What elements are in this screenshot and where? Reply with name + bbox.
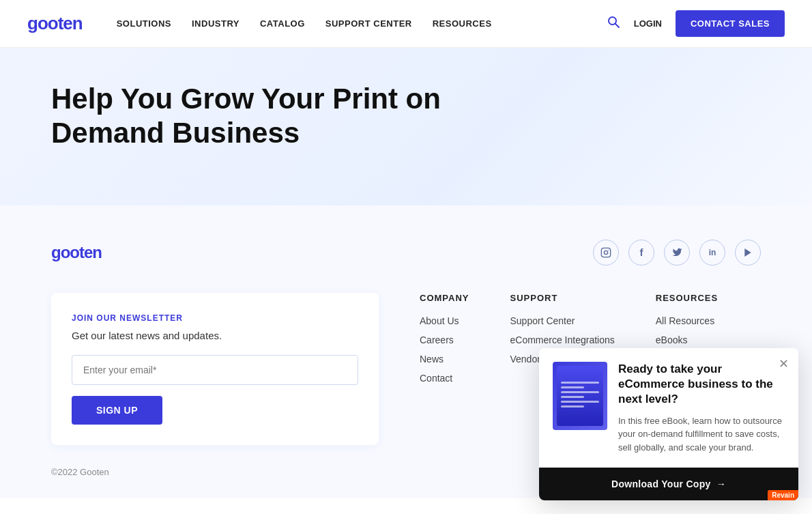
svg-line-1 — [615, 24, 619, 27]
svg-point-3 — [604, 251, 607, 254]
popup-description: In this free eBook, learn how to outsour… — [618, 414, 785, 455]
company-heading: COMPANY — [420, 293, 469, 303]
nav-link-catalog[interactable]: CATALOG — [260, 18, 305, 29]
newsletter-description: Get our latest news and updates. — [72, 330, 358, 341]
popup-text: Ready to take your eCommerce business to… — [618, 362, 785, 454]
facebook-icon[interactable]: f — [628, 240, 654, 266]
popup-close-button[interactable]: ✕ — [779, 356, 789, 371]
contact-sales-button[interactable]: CONTACT SALES — [676, 10, 785, 37]
support-link-center[interactable]: Support Center — [510, 315, 614, 326]
resources-heading: RESOURCES — [656, 293, 718, 303]
nav-link-support-center[interactable]: SUPPORT CENTER — [325, 18, 412, 29]
nav-link-resources[interactable]: RESOURCES — [433, 18, 492, 29]
support-link-ecommerce[interactable]: eCommerce Integrations — [510, 334, 614, 345]
footer-top: gooten f in — [51, 240, 761, 266]
company-link-careers[interactable]: Careers — [420, 334, 469, 345]
popup-book-image — [553, 362, 607, 430]
download-button[interactable]: Download Your Copy → — [539, 468, 798, 500]
youtube-icon[interactable] — [735, 240, 761, 266]
footer-social: f in — [593, 240, 761, 266]
svg-rect-2 — [601, 248, 610, 257]
popup-body: Ready to take your eCommerce business to… — [539, 348, 798, 468]
popup-title: Ready to take your eCommerce business to… — [618, 362, 785, 407]
popup-overlay: ✕ Ready to take your eCommerce business … — [539, 348, 798, 500]
footer-logo[interactable]: gooten — [51, 243, 102, 262]
login-button[interactable]: LOGIN — [634, 18, 662, 29]
resources-link-all[interactable]: All Resources — [656, 315, 718, 326]
company-link-about[interactable]: About Us — [420, 315, 469, 326]
footer-column-company: COMPANY About Us Careers News Contact — [420, 293, 469, 445]
popup-footer: Download Your Copy → Revain — [539, 468, 798, 500]
hero-title: Help You Grow Your Print on Demand Busin… — [51, 82, 461, 151]
revain-badge: Revain — [768, 490, 798, 500]
copyright-text: ©2022 Gooten — [51, 467, 109, 477]
instagram-icon[interactable] — [593, 240, 619, 266]
resources-link-ebooks[interactable]: eBooks — [656, 334, 718, 345]
signup-button[interactable]: SIGN UP — [72, 396, 162, 425]
svg-marker-5 — [744, 248, 751, 257]
navbar: gooten SOLUTIONS INDUSTRY CATALOG SUPPOR… — [0, 0, 812, 48]
newsletter-label: JOIN OUR NEWSLETTER — [72, 313, 358, 323]
support-heading: SUPPORT — [510, 293, 614, 303]
nav-actions: LOGIN CONTACT SALES — [607, 10, 785, 37]
svg-point-4 — [608, 249, 609, 250]
search-icon[interactable] — [607, 15, 620, 32]
nav-links: SOLUTIONS INDUSTRY CATALOG SUPPORT CENTE… — [117, 18, 607, 29]
arrow-icon: → — [716, 479, 726, 489]
hero-section: Help You Grow Your Print on Demand Busin… — [0, 48, 812, 205]
nav-link-solutions[interactable]: SOLUTIONS — [117, 18, 171, 29]
nav-logo[interactable]: gooten — [27, 13, 83, 34]
newsletter-box: JOIN OUR NEWSLETTER Get our latest news … — [51, 293, 379, 445]
company-link-news[interactable]: News — [420, 354, 469, 365]
nav-link-industry[interactable]: INDUSTRY — [192, 18, 240, 29]
twitter-icon[interactable] — [664, 240, 690, 266]
linkedin-icon[interactable]: in — [699, 240, 725, 266]
company-link-contact[interactable]: Contact — [420, 373, 469, 384]
email-input[interactable] — [72, 355, 358, 385]
